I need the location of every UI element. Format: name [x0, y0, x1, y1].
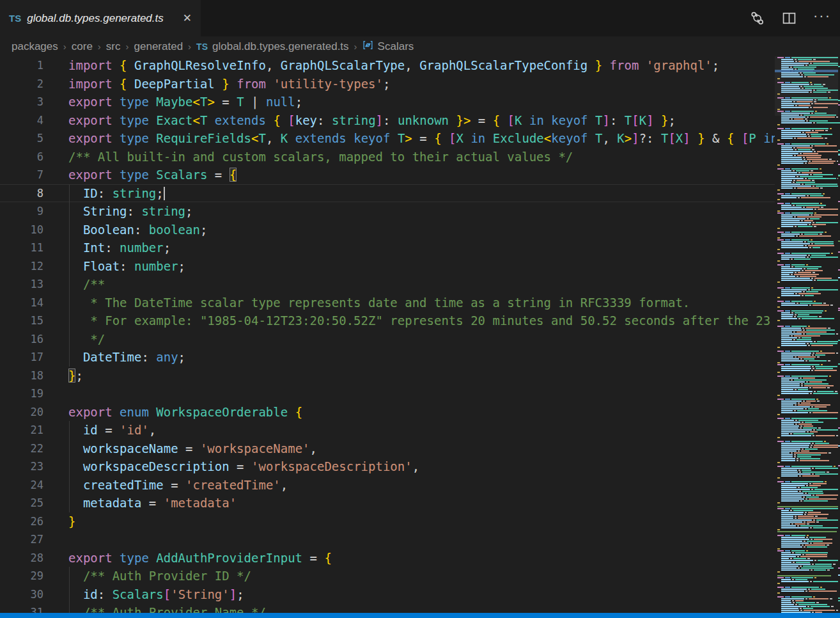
- line-content: import { GraphQLResolveInfo, GraphQLScal…: [43, 56, 719, 75]
- line-number[interactable]: 9: [0, 202, 43, 221]
- line-number[interactable]: 27: [0, 530, 43, 549]
- indent-guide: [69, 239, 70, 257]
- code-line[interactable]: 20export enum WorkspaceOrderable {: [0, 403, 775, 422]
- breadcrumb-packages[interactable]: packages: [12, 40, 58, 53]
- line-number[interactable]: 24: [0, 476, 43, 495]
- breadcrumb-filename[interactable]: global.db.types.generated.ts: [212, 40, 349, 53]
- indent-guide: [69, 221, 70, 239]
- indent-guide: [69, 184, 70, 203]
- symbol-type-icon: [362, 40, 373, 54]
- line-content: /**: [43, 275, 105, 294]
- code-line[interactable]: 9 String: string;: [0, 202, 775, 221]
- code-line[interactable]: 12 Float: number;: [0, 257, 775, 276]
- line-content: String: string;: [43, 202, 193, 221]
- line-number[interactable]: 21: [0, 421, 43, 440]
- code-line[interactable]: 28export type AddAuthProviderInput = {: [0, 549, 775, 567]
- line-number[interactable]: 6: [0, 148, 43, 166]
- line-number[interactable]: 14: [0, 294, 43, 312]
- code-line[interactable]: 14 * The DateTime scalar type represents…: [0, 294, 775, 312]
- open-changes-icon[interactable]: [749, 10, 765, 26]
- code-line[interactable]: 5export type RequireFields<T, K extends …: [0, 129, 775, 148]
- code-line[interactable]: 11 Int: number;: [0, 239, 775, 257]
- code-line[interactable]: 18};: [0, 367, 775, 385]
- close-tab-icon[interactable]: ✕: [180, 10, 194, 26]
- split-editor-icon[interactable]: [782, 11, 797, 26]
- tab-title: global.db.types.generated.ts: [27, 12, 175, 25]
- code-line[interactable]: 25 metadata = 'metadata': [0, 494, 775, 512]
- line-number[interactable]: 16: [0, 330, 43, 349]
- indent-guide: [69, 312, 70, 330]
- line-number[interactable]: 26: [0, 512, 43, 531]
- line-number[interactable]: 2: [0, 75, 43, 93]
- code-line[interactable]: 31 /** Auth Provider Name */: [0, 603, 775, 613]
- tab-global-db-types[interactable]: TS global.db.types.generated.ts ✕: [0, 0, 201, 36]
- code-line[interactable]: 4export type Exact<T extends { [key: str…: [0, 111, 775, 130]
- line-content: export enum WorkspaceOrderable {: [43, 403, 302, 422]
- code-line[interactable]: 17 DateTime: any;: [0, 348, 775, 367]
- line-number[interactable]: 31: [0, 603, 43, 613]
- code-line[interactable]: 23 workspaceDescription = 'workspaceDesc…: [0, 457, 775, 476]
- code-line[interactable]: 29 /** Auth Provider ID */: [0, 567, 775, 585]
- code-line[interactable]: 19: [0, 384, 775, 403]
- indent-guide: [69, 330, 70, 349]
- code-line[interactable]: 6/** All built-in and custom scalars, ma…: [0, 148, 775, 166]
- indent-guide: [69, 585, 70, 604]
- code-line[interactable]: 1import { GraphQLResolveInfo, GraphQLSca…: [0, 56, 775, 75]
- code-line[interactable]: 24 createdTime = 'createdTime',: [0, 476, 775, 495]
- line-number[interactable]: 8: [0, 184, 43, 203]
- line-number[interactable]: 18: [0, 367, 43, 385]
- code-lines[interactable]: 1import { GraphQLResolveInfo, GraphQLSca…: [0, 56, 775, 613]
- line-content: * For example: "1985-04-12T23:20:50.52Z"…: [43, 312, 770, 330]
- code-line[interactable]: 22 workspaceName = 'workspaceName',: [0, 440, 775, 458]
- code-line[interactable]: 16 */: [0, 330, 775, 349]
- minimap[interactable]: [775, 56, 838, 613]
- indent-guide: [69, 421, 70, 440]
- code-line[interactable]: 15 * For example: "1985-04-12T23:20:50.5…: [0, 312, 775, 330]
- breadcrumb-generated[interactable]: generated: [134, 40, 183, 53]
- code-line[interactable]: 7export type Scalars = {: [0, 166, 775, 184]
- line-content: createdTime = 'createdTime',: [43, 476, 288, 495]
- line-number[interactable]: 10: [0, 221, 43, 239]
- line-number[interactable]: 29: [0, 567, 43, 585]
- breadcrumb-core[interactable]: core: [72, 40, 93, 53]
- chevron-right-icon: ›: [126, 41, 129, 52]
- code-line[interactable]: 3export type Maybe<T> = T | null;: [0, 93, 775, 111]
- typescript-file-icon: TS: [196, 42, 208, 52]
- code-line[interactable]: 10 Boolean: boolean;: [0, 221, 775, 239]
- line-number[interactable]: 28: [0, 549, 43, 567]
- code-line[interactable]: 30 id: Scalars['String'];: [0, 585, 775, 604]
- line-content: /** Auth Provider ID */: [43, 567, 251, 585]
- code-line[interactable]: 27: [0, 530, 775, 549]
- line-content: */: [43, 330, 105, 349]
- line-number[interactable]: 20: [0, 403, 43, 422]
- typescript-file-icon: TS: [9, 13, 21, 24]
- indent-guide: [69, 440, 70, 458]
- breadcrumb-symbol-scalars[interactable]: Scalars: [378, 40, 414, 53]
- line-number[interactable]: 17: [0, 348, 43, 367]
- line-number[interactable]: 11: [0, 239, 43, 257]
- line-number[interactable]: 7: [0, 166, 43, 184]
- line-number[interactable]: 5: [0, 129, 43, 148]
- breadcrumb-src[interactable]: src: [106, 40, 121, 53]
- line-content: /** All built-in and custom scalars, map…: [43, 148, 573, 166]
- line-content: id: Scalars['String'];: [43, 585, 244, 604]
- line-number[interactable]: 23: [0, 457, 43, 476]
- line-number[interactable]: 30: [0, 585, 43, 604]
- line-number[interactable]: 1: [0, 56, 43, 75]
- code-line[interactable]: 26}: [0, 512, 775, 531]
- line-number[interactable]: 13: [0, 275, 43, 294]
- code-line[interactable]: 8 ID: string;: [0, 184, 775, 203]
- code-line[interactable]: 13 /**: [0, 275, 775, 294]
- line-number[interactable]: 15: [0, 312, 43, 330]
- line-number[interactable]: 22: [0, 440, 43, 458]
- indent-guide: [69, 603, 70, 613]
- line-number[interactable]: 12: [0, 257, 43, 276]
- code-line[interactable]: 2import { DeepPartial } from 'utility-ty…: [0, 75, 775, 93]
- line-number[interactable]: 25: [0, 494, 43, 512]
- line-number[interactable]: 19: [0, 384, 43, 403]
- line-number[interactable]: 3: [0, 93, 43, 111]
- line-number[interactable]: 4: [0, 111, 43, 130]
- code-line[interactable]: 21 id = 'id',: [0, 421, 775, 440]
- line-content: [43, 530, 68, 549]
- more-actions-icon[interactable]: ···: [813, 13, 831, 24]
